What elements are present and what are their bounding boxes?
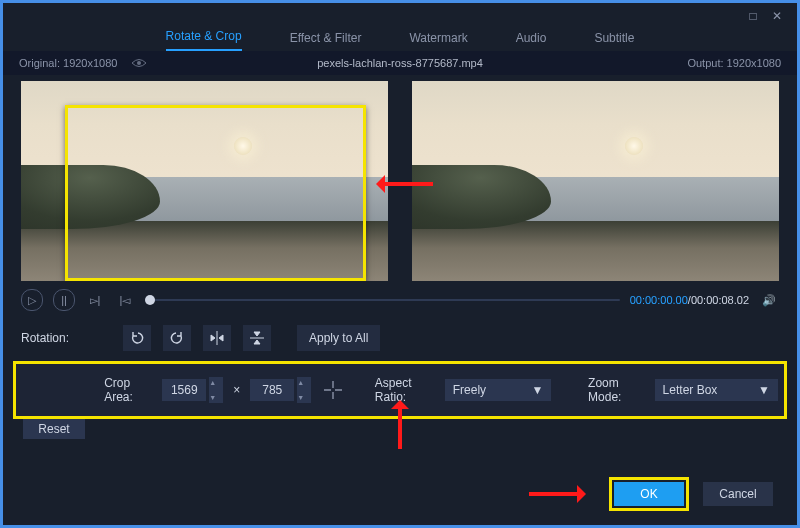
zoom-mode-select[interactable]: Letter Box▼ — [655, 379, 778, 401]
close-button[interactable]: ✕ — [767, 7, 787, 25]
flip-horizontal-button[interactable] — [203, 325, 231, 351]
rotate-ccw-button[interactable] — [123, 325, 151, 351]
crop-area-label: Crop Area: — [104, 376, 152, 404]
pause-button[interactable]: || — [53, 289, 75, 311]
play-button[interactable]: ▷ — [21, 289, 43, 311]
chevron-down-icon: ▼ — [758, 383, 770, 397]
chevron-down-icon: ▼ — [531, 383, 543, 397]
volume-icon[interactable]: 🔊 — [759, 290, 779, 310]
info-strip: Original: 1920x1080 pexels-lachlan-ross-… — [3, 51, 797, 75]
crop-height-input[interactable]: 785 — [250, 379, 294, 401]
tab-subtitle[interactable]: Subtitle — [594, 31, 634, 51]
annotation-arrow-up — [391, 391, 409, 449]
crop-width-input[interactable]: 1569 — [162, 379, 206, 401]
seek-bar[interactable] — [145, 299, 620, 301]
preview-output — [412, 81, 779, 281]
crop-height-stepper[interactable]: ▲▼ — [297, 377, 311, 403]
tab-audio[interactable]: Audio — [516, 31, 547, 51]
rotate-cw-button[interactable] — [163, 325, 191, 351]
apply-to-all-button[interactable]: Apply to All — [297, 325, 380, 351]
preview-original[interactable] — [21, 81, 388, 281]
crop-width-stepper[interactable]: ▲▼ — [209, 377, 223, 403]
zoom-mode-label: Zoom Mode: — [588, 376, 645, 404]
next-frame-button[interactable]: |◅ — [115, 290, 135, 310]
annotation-arrow-left — [367, 175, 433, 193]
seek-handle[interactable] — [145, 295, 155, 305]
by-label: × — [233, 383, 240, 397]
rotation-label: Rotation: — [21, 331, 69, 345]
tab-effect-filter[interactable]: Effect & Filter — [290, 31, 362, 51]
center-crop-icon[interactable] — [321, 377, 344, 403]
aspect-ratio-select[interactable]: Freely▼ — [445, 379, 552, 401]
maximize-button[interactable]: □ — [743, 7, 763, 25]
transport-bar: ▷ || ▻| |◅ 00:00:00.00/00:00:08.02 🔊 — [21, 289, 779, 311]
reset-button[interactable]: Reset — [23, 419, 85, 439]
crop-overlay[interactable] — [65, 105, 366, 281]
tab-watermark[interactable]: Watermark — [409, 31, 467, 51]
tab-rotate-crop[interactable]: Rotate & Crop — [166, 29, 242, 51]
tab-bar: Rotate & Crop Effect & Filter Watermark … — [3, 25, 797, 53]
prev-frame-button[interactable]: ▻| — [85, 290, 105, 310]
flip-vertical-button[interactable] — [243, 325, 271, 351]
annotation-arrow-right — [529, 485, 595, 503]
ok-button[interactable]: OK — [614, 482, 684, 506]
time-display: 00:00:00.00/00:00:08.02 — [630, 294, 749, 306]
cancel-button[interactable]: Cancel — [703, 482, 773, 506]
filename-label: pexels-lachlan-ross-8775687.mp4 — [3, 57, 797, 69]
